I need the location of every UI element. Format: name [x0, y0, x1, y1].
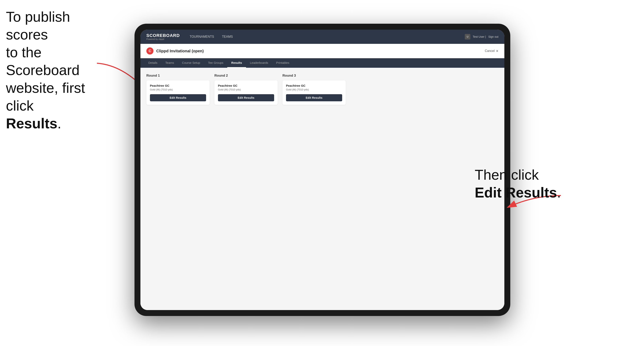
round-1-title: Round 1 — [146, 74, 210, 78]
round-2-course: Peachtree GC — [218, 84, 274, 87]
nav-right: U Test User | Sign out — [465, 34, 498, 39]
tournament-icon: C — [146, 47, 154, 54]
tab-results[interactable]: Results — [227, 58, 246, 68]
round-3-column: Round 3 Peachtree GC Gold (M) (7010 yds)… — [282, 74, 346, 105]
top-nav: SCOREBOARD Powered by clippd TOURNAMENTS… — [140, 30, 504, 44]
tab-details[interactable]: Details — [144, 58, 162, 68]
logo-sub: Powered by clippd — [146, 38, 180, 40]
tab-tee-groups[interactable]: Tee Groups — [204, 58, 228, 68]
round-2-card: Peachtree GC Gold (M) (7010 yds) Edit Re… — [214, 80, 278, 105]
tab-leaderboards[interactable]: Leaderboards — [246, 58, 272, 68]
round-3-course: Peachtree GC — [286, 84, 342, 87]
round-2-title: Round 2 — [214, 74, 278, 78]
round-2-details: Gold (M) (7010 yds) — [218, 88, 274, 91]
round-1-course: Peachtree GC — [150, 84, 206, 87]
round-1-column: Round 1 Peachtree GC Gold (M) (7010 yds)… — [146, 74, 210, 105]
sign-out-link[interactable]: Sign out — [488, 35, 498, 38]
user-text: Test User | — [473, 35, 486, 38]
nav-teams[interactable]: TEAMS — [222, 34, 233, 39]
round-1-details: Gold (M) (7010 yds) — [150, 88, 206, 91]
tab-bar: Details Teams Course Setup Tee Groups Re… — [140, 58, 504, 68]
tablet-device: SCOREBOARD Powered by clippd TOURNAMENTS… — [134, 24, 510, 316]
rounds-grid: Round 1 Peachtree GC Gold (M) (7010 yds)… — [146, 74, 498, 105]
tab-course-setup[interactable]: Course Setup — [178, 58, 204, 68]
instruction-right: Then click Edit Results. — [475, 166, 561, 201]
tab-teams[interactable]: Teams — [162, 58, 178, 68]
round-3-details: Gold (M) (7010 yds) — [286, 88, 342, 91]
edit-results-button-1[interactable]: Edit Results — [150, 94, 206, 101]
round-3-title: Round 3 — [282, 74, 346, 78]
tournament-header: C Clippd Invitational (open) Cancel ✕ — [140, 44, 504, 58]
logo-area: SCOREBOARD Powered by clippd — [146, 33, 180, 40]
tablet-screen: SCOREBOARD Powered by clippd TOURNAMENTS… — [140, 30, 504, 310]
round-1-card: Peachtree GC Gold (M) (7010 yds) Edit Re… — [146, 80, 210, 105]
logo-text: SCOREBOARD — [146, 33, 180, 38]
nav-links: TOURNAMENTS TEAMS — [190, 34, 465, 39]
tab-printables[interactable]: Printables — [272, 58, 293, 68]
content-area: C Clippd Invitational (open) Cancel ✕ De… — [140, 44, 504, 310]
instruction-left: To publish scores to the Scoreboard webs… — [6, 8, 89, 132]
tournament-name: Clippd Invitational (open) — [156, 49, 485, 53]
round-2-column: Round 2 Peachtree GC Gold (M) (7010 yds)… — [214, 74, 278, 105]
main-content: Round 1 Peachtree GC Gold (M) (7010 yds)… — [140, 68, 504, 310]
user-avatar: U — [465, 34, 470, 39]
round-3-card: Peachtree GC Gold (M) (7010 yds) Edit Re… — [282, 80, 346, 105]
nav-tournaments[interactable]: TOURNAMENTS — [190, 34, 214, 39]
edit-results-button-3[interactable]: Edit Results — [286, 94, 342, 101]
cancel-button[interactable]: Cancel ✕ — [485, 49, 498, 53]
edit-results-button-2[interactable]: Edit Results — [218, 94, 274, 101]
